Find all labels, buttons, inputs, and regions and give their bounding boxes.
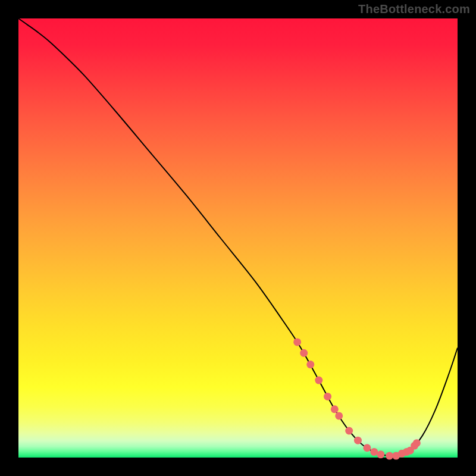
plot-background	[18, 18, 458, 458]
optimal-marker	[306, 361, 314, 368]
optimal-marker	[300, 349, 308, 357]
watermark-text: TheBottleneck.com	[358, 2, 470, 16]
optimal-marker	[386, 452, 393, 460]
optimal-marker	[413, 439, 421, 447]
optimal-marker	[377, 450, 384, 458]
optimal-marker	[315, 377, 322, 384]
optimal-marker	[363, 444, 371, 452]
optimal-marker	[331, 405, 339, 413]
optimal-marker	[324, 393, 331, 400]
bottleneck-chart: TheBottleneck.com	[0, 0, 476, 476]
optimal-marker	[370, 448, 378, 456]
optimal-marker	[293, 338, 301, 346]
optimal-marker	[345, 427, 353, 434]
optimal-marker	[335, 412, 343, 419]
optimal-marker	[354, 437, 362, 444]
chart-svg	[0, 0, 476, 476]
